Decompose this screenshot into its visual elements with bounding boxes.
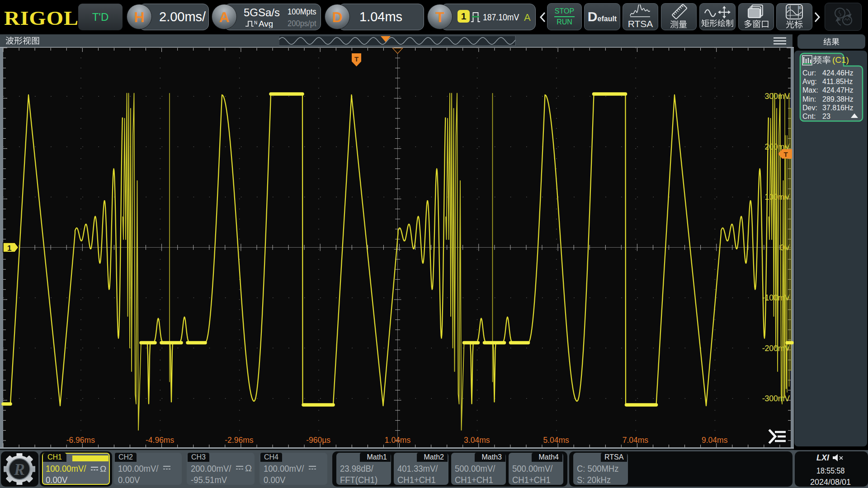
- svg-text:-960µs: -960µs: [306, 436, 330, 445]
- svg-text:1.04ms: 1.04ms: [385, 436, 411, 445]
- svg-text:N: N: [254, 20, 257, 25]
- svg-text:(C1): (C1): [832, 55, 849, 65]
- svg-text:3.04ms: 3.04ms: [464, 436, 490, 445]
- svg-text:Avg: Avg: [259, 19, 273, 28]
- svg-text:9.04ms: 9.04ms: [702, 436, 728, 445]
- svg-text:300mV: 300mV: [765, 92, 790, 101]
- svg-text:T: T: [783, 150, 788, 158]
- svg-text:-2.96ms: -2.96ms: [225, 436, 253, 445]
- svg-text:B: B: [799, 5, 802, 10]
- svg-text:-300mV: -300mV: [762, 394, 790, 403]
- svg-text:A: A: [788, 5, 790, 10]
- svg-text:-6.96ms: -6.96ms: [66, 436, 95, 445]
- svg-text:T: T: [354, 55, 359, 63]
- svg-text:R: R: [14, 460, 25, 479]
- svg-text:7.04ms: 7.04ms: [623, 436, 649, 445]
- svg-text:1: 1: [7, 244, 11, 253]
- svg-text:-4.96ms: -4.96ms: [146, 436, 174, 445]
- svg-text:5.04ms: 5.04ms: [543, 436, 569, 445]
